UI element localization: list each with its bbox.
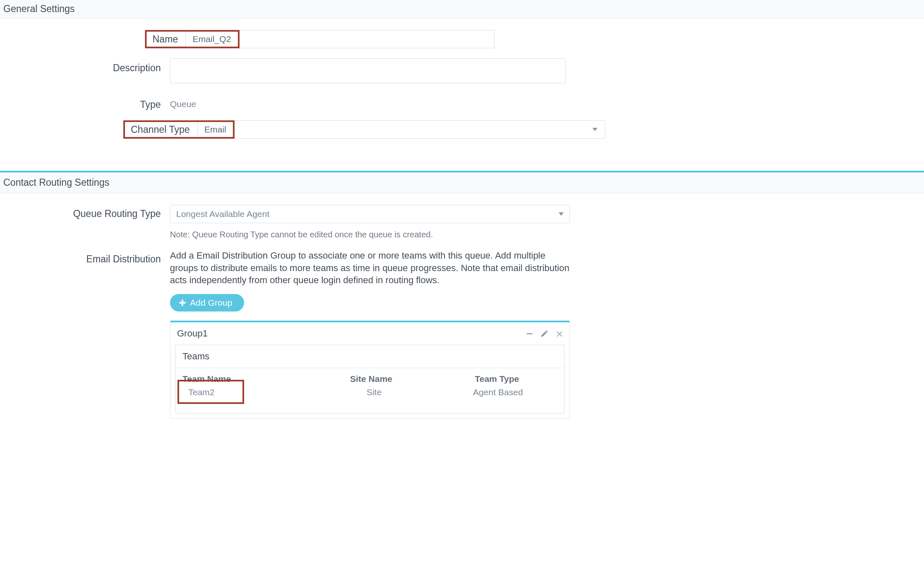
svg-rect-0 [527,333,532,334]
caret-down-icon [592,128,597,131]
section-routing-header: Contact Routing Settings [0,172,924,193]
group-panel: Group1 [170,321,570,419]
cell-site-name: Site [312,387,436,397]
row-name: Name Email_Q2 [145,30,921,48]
col-team-name: Team Name [180,374,308,384]
label-type: Type [3,96,170,110]
label-email-distribution: Email Distribution [3,249,170,265]
queue-routing-type-select[interactable]: Longest Available Agent [170,205,570,223]
email-distribution-body: Add a Email Distribution Group to associ… [170,249,570,287]
close-icon[interactable] [555,329,564,338]
col-team-type: Team Type [434,374,560,384]
cell-team-type: Agent Based [436,387,560,397]
description-textarea[interactable] [170,58,566,83]
teams-title: Teams [176,345,564,368]
plus-icon: ➕︎ [179,298,186,308]
label-queue-routing-type: Queue Routing Type [3,205,170,219]
edit-icon[interactable] [540,329,549,338]
section-general-title: General Settings [3,3,75,15]
row-channel-type: Channel Type Email [123,120,921,139]
caret-down-icon [559,212,564,216]
channel-type-value[interactable]: Email [197,122,233,137]
label-name: Name [147,32,185,47]
table-row: Team2 Site Agent Based [176,384,564,413]
row-description: Description [3,58,921,86]
row-email-distribution: Email Distribution Add a Email Distribut… [3,249,921,419]
teams-columns: Team Name Site Name Team Type [176,368,564,384]
add-group-label: Add Group [190,298,232,308]
name-input-highlighted[interactable]: Email_Q2 [185,32,237,47]
section-general-header: General Settings [0,0,924,18]
highlight-channel-type: Channel Type Email [123,120,235,139]
row-type: Type Queue [3,96,921,110]
section-general-body: Name Email_Q2 Description Type Queue Cha… [0,18,924,159]
row-queue-routing-type: Queue Routing Type Longest Available Age… [3,205,921,239]
minimize-icon[interactable] [525,329,534,338]
cell-team-name: Team2 [180,387,312,397]
add-group-button[interactable]: ➕︎ Add Group [170,294,244,311]
queue-routing-type-note: Note: Queue Routing Type cannot be edite… [170,230,921,239]
group-title: Group1 [177,328,207,339]
section-routing-body: Queue Routing Type Longest Available Age… [0,193,924,439]
teams-panel: Teams Team Name Site Name Team Type Team… [175,345,564,414]
highlight-name: Name Email_Q2 [145,30,240,48]
name-input[interactable] [240,30,494,48]
section-routing-title: Contact Routing Settings [3,177,109,188]
label-channel-type: Channel Type [125,122,197,137]
group-header: Group1 [170,322,569,345]
channel-type-select[interactable] [235,120,605,139]
col-site-name: Site Name [308,374,434,384]
label-description: Description [3,58,170,74]
queue-routing-type-value: Longest Available Agent [176,209,270,219]
type-value: Queue [170,96,745,109]
